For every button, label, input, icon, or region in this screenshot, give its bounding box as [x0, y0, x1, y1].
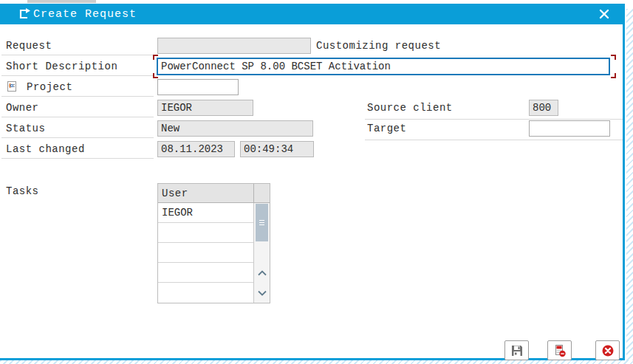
table-row[interactable] [158, 203, 253, 223]
request-label: Request [6, 40, 52, 52]
target-input[interactable] [529, 120, 610, 137]
scroll-down-icon[interactable] [254, 284, 270, 303]
background-window-edge [27, 0, 96, 3]
focus-corner [611, 55, 616, 60]
target-label: Target [367, 123, 406, 134]
task-user-cell[interactable] [158, 283, 253, 303]
scroll-up-icon[interactable] [254, 264, 270, 283]
focus-corner [153, 55, 158, 60]
row-separator [1, 137, 154, 138]
project-label: Project [27, 81, 72, 93]
row-separator [365, 140, 623, 140]
last-changed-time-field [240, 141, 314, 157]
dialog-content: Request Customizing request Short Descri… [0, 24, 623, 358]
dialog-resize-edge-bottom[interactable] [0, 360, 633, 364]
dialog-titlebar[interactable]: Create Request [0, 4, 625, 24]
row-separator [365, 119, 623, 120]
save-floppy-icon [510, 344, 524, 357]
tasks-scrollbar[interactable] [254, 203, 270, 303]
scrollbar-thumb[interactable] [256, 204, 268, 241]
table-row[interactable] [158, 283, 253, 303]
short-description-label: Short Description [6, 61, 117, 72]
project-icon [6, 80, 18, 92]
task-user-cell[interactable] [158, 203, 253, 222]
table-row[interactable] [158, 263, 253, 283]
tasks-column-user[interactable]: User [158, 184, 254, 203]
focus-corner [611, 73, 616, 78]
tasks-table: User [157, 183, 270, 303]
task-user-cell[interactable] [158, 263, 253, 282]
row-separator [1, 75, 154, 76]
save-button[interactable] [504, 340, 529, 360]
create-request-dialog: Create Request Request Customizing reque… [0, 4, 625, 360]
short-description-input[interactable] [157, 58, 610, 75]
owner-field [157, 100, 253, 116]
focus-corner [153, 73, 158, 78]
task-user-cell[interactable] [158, 243, 253, 262]
owner-label: Owner [6, 102, 39, 114]
row-separator [1, 117, 154, 117]
delete-request-icon [553, 344, 567, 357]
cancel-button[interactable] [595, 340, 620, 360]
task-user-cell[interactable] [158, 223, 253, 242]
row-separator [1, 55, 154, 55]
dialog-title: Create Request [33, 8, 137, 21]
source-client-label: Source client [367, 102, 453, 114]
status-label: Status [6, 123, 45, 134]
tasks-scrollbar-header-cell [254, 184, 270, 203]
cancel-icon [601, 344, 615, 357]
last-changed-date-field [157, 141, 235, 157]
close-icon[interactable] [597, 7, 612, 21]
status-field [157, 120, 313, 137]
last-changed-label: Last changed [6, 143, 85, 155]
delete-request-button[interactable] [547, 340, 572, 360]
table-row[interactable] [158, 243, 253, 263]
row-separator [1, 96, 154, 97]
request-type-text: Customizing request [316, 40, 441, 52]
project-input[interactable] [157, 79, 239, 95]
dialog-window-icon [18, 7, 31, 21]
screen: Create Request Request Customizing reque… [0, 0, 633, 364]
row-separator [1, 158, 154, 159]
request-field [157, 38, 311, 54]
dialog-resize-edge-right[interactable] [626, 9, 633, 364]
table-row[interactable] [158, 223, 253, 243]
tasks-label: Tasks [6, 185, 39, 197]
source-client-field [529, 100, 558, 116]
tasks-table-header: User [158, 184, 270, 203]
